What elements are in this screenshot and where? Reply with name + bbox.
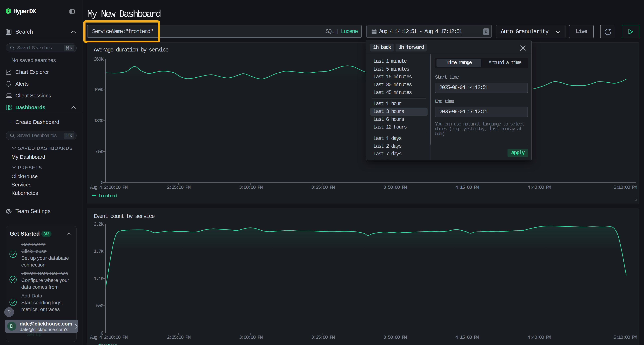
svg-text:4:40:00 PM: 4:40:00 PM — [527, 185, 551, 190]
svg-text:65K: 65K — [96, 149, 104, 155]
svg-text:3:00:00 PM: 3:00:00 PM — [239, 185, 262, 190]
svg-text:Aug 4 2:10:00 PM: Aug 4 2:10:00 PM — [90, 185, 128, 190]
svg-text:550: 550 — [96, 303, 104, 309]
svg-text:5:10:00 PM: 5:10:00 PM — [614, 335, 637, 340]
svg-text:2:35:00 PM: 2:35:00 PM — [167, 185, 190, 190]
svg-text:2:35:00 PM: 2:35:00 PM — [167, 335, 190, 340]
svg-text:1.7K: 1.7K — [94, 249, 104, 254]
svg-text:5:10:00 PM: 5:10:00 PM — [614, 185, 637, 190]
svg-text:3:25:00 PM: 3:25:00 PM — [311, 335, 335, 340]
svg-text:2.2K: 2.2K — [94, 222, 104, 227]
svg-text:3:00:00 PM: 3:00:00 PM — [239, 335, 262, 340]
svg-text:3:50:00 PM: 3:50:00 PM — [383, 185, 407, 190]
svg-text:3:50:00 PM: 3:50:00 PM — [383, 335, 407, 340]
svg-text:1.1K: 1.1K — [94, 276, 104, 282]
svg-text:3:25:00 PM: 3:25:00 PM — [311, 185, 335, 190]
svg-text:195K: 195K — [94, 87, 104, 93]
svg-text:260K: 260K — [94, 57, 104, 62]
svg-text:4:40:00 PM: 4:40:00 PM — [527, 335, 551, 340]
svg-text:4:15:00 PM: 4:15:00 PM — [455, 185, 479, 190]
svg-text:4:15:00 PM: 4:15:00 PM — [455, 335, 479, 340]
svg-text:130K: 130K — [94, 118, 104, 124]
svg-text:Aug 4 2:10:00 PM: Aug 4 2:10:00 PM — [90, 335, 128, 340]
